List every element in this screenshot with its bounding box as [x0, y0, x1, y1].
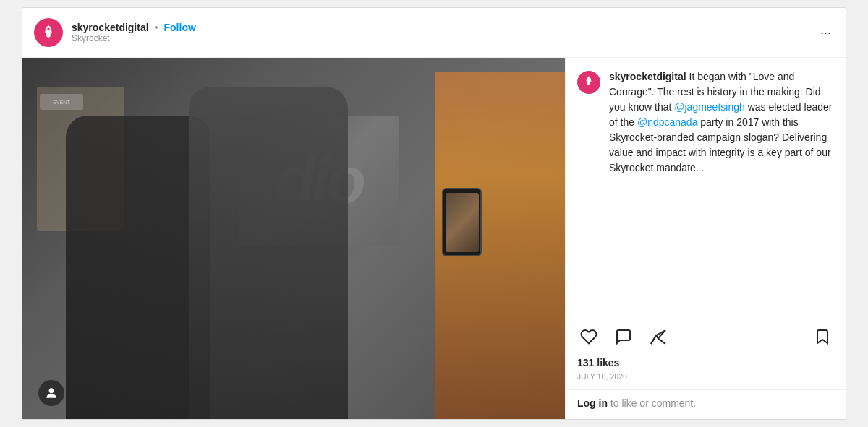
share-icon — [650, 328, 667, 345]
avatar — [34, 18, 63, 47]
comment-section: skyrocketdigital It began with "Love and… — [566, 58, 846, 316]
comment-body: skyrocketdigital It began with "Love and… — [609, 69, 834, 176]
figure-center — [189, 87, 348, 419]
actions-bar: 131 likes JULY 10, 2020 — [566, 316, 846, 389]
likes-count: 131 likes — [577, 354, 834, 371]
dot-separator: • — [155, 22, 158, 33]
post-date: JULY 10, 2020 — [577, 371, 834, 387]
post-image: EVENT dio — [22, 58, 565, 419]
phone-device — [442, 188, 482, 256]
comment-icon — [615, 328, 632, 345]
login-prompt-text: to like or comment. — [608, 397, 696, 409]
svg-marker-1 — [656, 330, 665, 338]
phone-screen — [446, 193, 479, 252]
profile-username[interactable]: skyrocketdigital — [72, 22, 149, 33]
username-row: skyrocketdigital • Follow — [72, 22, 817, 33]
mention-ndpcanada[interactable]: @ndpcanada — [637, 116, 698, 128]
header-info: skyrocketdigital • Follow Skyrocket — [72, 22, 817, 43]
person-icon — [44, 386, 59, 400]
instagram-card: skyrocketdigital • Follow Skyrocket ··· … — [22, 7, 846, 420]
follow-button[interactable]: Follow — [164, 22, 196, 33]
login-prompt: Log in to like or comment. — [566, 389, 846, 419]
photo-background: EVENT dio — [22, 58, 565, 419]
comment-button[interactable] — [612, 325, 635, 351]
right-panel: skyrocketdigital It began with "Love and… — [565, 58, 846, 419]
share-button[interactable] — [647, 325, 670, 351]
avatar-icon — [41, 24, 56, 42]
bookmark-icon — [814, 328, 831, 345]
like-button[interactable] — [577, 325, 600, 351]
comment-item: skyrocketdigital It began with "Love and… — [577, 69, 834, 176]
svg-line-3 — [658, 338, 665, 344]
svg-point-0 — [49, 388, 54, 393]
card-body: EVENT dio — [22, 58, 846, 419]
comment-avatar-icon — [583, 75, 595, 90]
heart-icon — [580, 328, 597, 345]
person-avatar-overlay — [38, 380, 64, 406]
save-button[interactable] — [811, 325, 834, 351]
event-label: EVENT — [40, 94, 83, 110]
more-options-button[interactable]: ··· — [817, 22, 834, 43]
profile-sub-name: Skyrocket — [72, 33, 817, 43]
comment-username[interactable]: skyrocketdigital — [609, 71, 686, 82]
comment-avatar — [577, 71, 600, 94]
login-link[interactable]: Log in — [577, 397, 608, 409]
mention-jagmeet[interactable]: @jagmeetsingh — [674, 101, 745, 113]
card-header: skyrocketdigital • Follow Skyrocket ··· — [22, 8, 846, 58]
action-icons-row — [577, 322, 834, 354]
